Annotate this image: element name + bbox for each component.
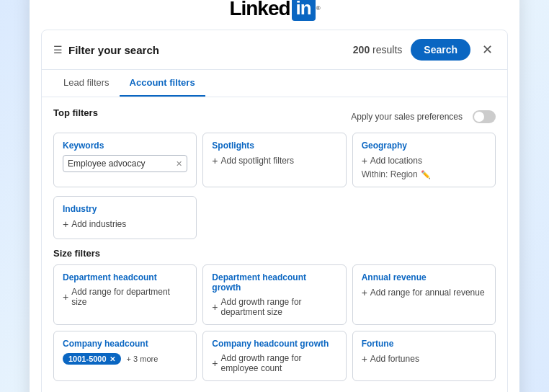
filter-header-right: 200 results Search ✕ bbox=[353, 39, 496, 61]
dept-headcount-label: Add range for department size bbox=[71, 287, 187, 307]
dept-growth-title: Department headcount growth bbox=[212, 272, 336, 293]
logo-text: Linked bbox=[229, 0, 290, 20]
industry-add[interactable]: + Add industries bbox=[63, 218, 187, 230]
filter-panel: ☰ Filter your search 200 results Search … bbox=[41, 30, 508, 392]
filter-panel-title: Filter your search bbox=[68, 44, 159, 56]
geography-card: Geography + Add locations Within: Region… bbox=[352, 133, 496, 187]
top-filters-label: Top filters bbox=[53, 107, 98, 118]
keywords-card: Keywords ✕ bbox=[53, 133, 197, 187]
preferences-row: Apply your sales preferences bbox=[351, 110, 496, 123]
geography-add[interactable]: + Add locations bbox=[362, 155, 486, 166]
company-growth-add[interactable]: + Add growth range for employee count bbox=[212, 353, 336, 373]
keywords-input[interactable] bbox=[68, 159, 176, 169]
dept-growth-plus-icon: + bbox=[212, 301, 218, 313]
size-filter-grid-row2: Company headcount 1001-5000 ✕ + 3 more C… bbox=[53, 331, 496, 381]
fortune-add[interactable]: + Add fortunes bbox=[362, 353, 486, 365]
headcount-chip[interactable]: 1001-5000 ✕ bbox=[63, 353, 121, 365]
tab-lead-filters[interactable]: Lead filters bbox=[53, 70, 120, 97]
results-label: results bbox=[372, 44, 402, 55]
main-card: Linkedin® ☰ Filter your search 200 resul… bbox=[30, 0, 519, 392]
dept-headcount-card: Department headcount + Add range for dep… bbox=[53, 264, 197, 325]
tab-account-filters[interactable]: Account filters bbox=[120, 70, 205, 97]
fortune-label: Add fortunes bbox=[370, 354, 419, 364]
spotlights-add[interactable]: + Add spotlight filters bbox=[212, 155, 336, 166]
dept-growth-add[interactable]: + Add growth range for department size bbox=[212, 297, 336, 317]
dept-headcount-add[interactable]: + Add range for department size bbox=[63, 287, 187, 307]
spotlights-title: Spotlights bbox=[212, 141, 336, 151]
company-growth-plus-icon: + bbox=[212, 357, 218, 369]
search-button[interactable]: Search bbox=[411, 39, 470, 61]
dept-growth-card: Department headcount growth + Add growth… bbox=[202, 264, 346, 325]
spotlights-plus-icon: + bbox=[212, 155, 218, 166]
preferences-label: Apply your sales preferences bbox=[351, 112, 463, 122]
spotlights-add-label: Add spotlight filters bbox=[221, 156, 294, 166]
logo-in: in bbox=[292, 0, 316, 21]
company-headcount-title: Company headcount bbox=[63, 339, 187, 349]
fortune-title: Fortune bbox=[362, 339, 486, 349]
dept-headcount-title: Department headcount bbox=[63, 272, 187, 282]
headcount-chip-value: 1001-5000 bbox=[68, 355, 107, 363]
annual-revenue-title: Annual revenue bbox=[362, 272, 486, 282]
geography-within: Within: Region ✏️ bbox=[362, 169, 486, 179]
filter-header: ☰ Filter your search 200 results Search … bbox=[42, 30, 507, 70]
geography-title: Geography bbox=[362, 141, 486, 151]
keywords-clear-icon[interactable]: ✕ bbox=[176, 159, 182, 169]
industry-card: Industry + Add industries bbox=[53, 196, 197, 239]
annual-revenue-add[interactable]: + Add range for annual revenue bbox=[362, 287, 486, 298]
headcount-more[interactable]: + 3 more bbox=[127, 355, 159, 363]
linkedin-logo: Linkedin® bbox=[229, 0, 319, 21]
industry-plus-icon: + bbox=[63, 218, 68, 230]
fortune-card: Fortune + Add fortunes bbox=[352, 331, 496, 381]
close-button[interactable]: ✕ bbox=[479, 42, 496, 58]
company-growth-card: Company headcount growth + Add growth ra… bbox=[202, 331, 346, 381]
filter-title-row: ☰ Filter your search bbox=[53, 44, 159, 56]
dept-growth-label: Add growth range for department size bbox=[221, 297, 337, 317]
size-filter-grid-row1: Department headcount + Add range for dep… bbox=[53, 264, 496, 325]
filter-icon: ☰ bbox=[53, 44, 63, 55]
keywords-input-row[interactable]: ✕ bbox=[63, 155, 187, 172]
geography-add-label: Add locations bbox=[370, 156, 422, 166]
empty-col-2 bbox=[352, 196, 496, 239]
geography-within-label: Within: Region bbox=[362, 169, 418, 179]
fortune-plus-icon: + bbox=[362, 353, 367, 365]
top-filter-grid: Keywords ✕ Spotlights + Add spotlight fi… bbox=[53, 133, 496, 187]
company-growth-label: Add growth range for employee count bbox=[221, 353, 337, 373]
headcount-chip-close[interactable]: ✕ bbox=[110, 355, 115, 363]
results-number: 200 bbox=[353, 44, 370, 55]
dept-headcount-plus-icon: + bbox=[63, 291, 68, 303]
keywords-title: Keywords bbox=[63, 141, 187, 151]
annual-revenue-label: Add range for annual revenue bbox=[370, 288, 485, 298]
annual-revenue-plus-icon: + bbox=[362, 287, 367, 298]
company-growth-title: Company headcount growth bbox=[212, 339, 336, 349]
geography-edit-icon[interactable]: ✏️ bbox=[421, 170, 431, 179]
logo-dot: ® bbox=[316, 5, 320, 12]
industry-add-label: Add industries bbox=[71, 219, 126, 229]
preferences-toggle[interactable] bbox=[473, 110, 496, 123]
tabs-row: Lead filters Account filters bbox=[42, 70, 507, 97]
linkedin-header: Linkedin® bbox=[30, 0, 519, 30]
geography-plus-icon: + bbox=[362, 155, 367, 166]
industry-title: Industry bbox=[63, 204, 187, 214]
spotlights-card: Spotlights + Add spotlight filters bbox=[202, 133, 346, 187]
results-count: 200 results bbox=[353, 44, 402, 55]
size-filters-label: Size filters bbox=[53, 248, 496, 259]
filter-body: Top filters Apply your sales preferences… bbox=[42, 97, 507, 392]
company-headcount-card: Company headcount 1001-5000 ✕ + 3 more bbox=[53, 331, 197, 381]
empty-col-1 bbox=[202, 196, 346, 239]
top-filter-grid-row2: Industry + Add industries bbox=[53, 196, 496, 239]
annual-revenue-card: Annual revenue + Add range for annual re… bbox=[352, 264, 496, 325]
